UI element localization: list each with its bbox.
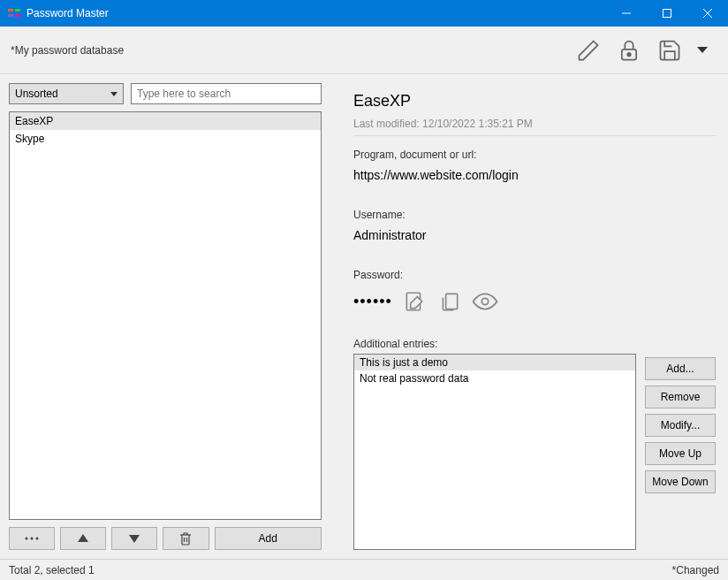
move-down-button[interactable] [111, 527, 157, 550]
edit-password-button[interactable] [401, 288, 428, 315]
statusbar-right: *Changed [672, 564, 719, 576]
show-password-button[interactable] [472, 288, 498, 315]
maximize-button[interactable] [647, 0, 687, 27]
more-button[interactable] [9, 527, 55, 550]
svg-rect-0 [8, 9, 13, 11]
password-label: Password: [353, 269, 716, 281]
toolbar: *My password database [0, 27, 728, 74]
svg-point-9 [627, 52, 631, 56]
svg-rect-16 [445, 294, 457, 309]
right-panel: EaseXP Last modified: 12/10/2022 1:35:21… [327, 74, 728, 559]
close-button[interactable] [687, 0, 728, 27]
svg-rect-3 [15, 14, 20, 17]
url-label: Program, document or url: [353, 149, 716, 161]
additional-list[interactable]: This is just a demoNot real password dat… [353, 354, 636, 550]
svg-point-10 [26, 538, 28, 540]
edit-button[interactable] [571, 33, 606, 68]
lock-button[interactable] [611, 33, 647, 68]
titlebar: Password Master [0, 0, 728, 27]
additional-modify-button[interactable]: Modify... [645, 414, 716, 437]
password-value: •••••• [353, 293, 392, 311]
additional-remove-button[interactable]: Remove [645, 385, 716, 408]
copy-password-button[interactable] [436, 288, 463, 315]
entry-list[interactable]: EaseXPSkype [9, 111, 322, 520]
svg-rect-5 [664, 10, 671, 18]
main-content: Unsorted EaseXPSkype Add [0, 74, 728, 559]
list-item[interactable]: EaseXP [10, 112, 321, 130]
last-modified: Last modified: 12/10/2022 1:35:21 PM [353, 118, 716, 130]
additional-label: Additional entries: [353, 338, 636, 350]
additional-movedown-button[interactable]: Move Down [645, 470, 716, 493]
additional-add-button[interactable]: Add... [645, 357, 716, 380]
left-panel: Unsorted EaseXPSkype Add [0, 74, 327, 559]
database-name: *My password database [11, 44, 124, 57]
list-item[interactable]: This is just a demo [354, 355, 635, 370]
username-value: Administrator [353, 228, 716, 242]
list-item[interactable]: Not real password data [354, 370, 635, 386]
svg-point-12 [36, 538, 39, 540]
list-item[interactable]: Skype [10, 130, 321, 148]
sort-select[interactable]: Unsorted [9, 83, 124, 104]
entry-title: EaseXP [353, 92, 716, 111]
svg-rect-1 [15, 9, 20, 11]
window-title: Password Master [27, 7, 606, 19]
search-input[interactable] [131, 83, 322, 104]
delete-button[interactable] [163, 527, 209, 550]
svg-rect-2 [8, 14, 13, 17]
add-entry-button[interactable]: Add [215, 527, 322, 550]
move-up-button[interactable] [60, 527, 106, 550]
divider [353, 135, 716, 136]
svg-point-17 [482, 298, 488, 304]
sort-select-value: Unsorted [15, 88, 58, 100]
additional-moveup-button[interactable]: Move Up [645, 442, 716, 465]
minimize-button[interactable] [606, 0, 647, 27]
statusbar: Total 2, selected 1 *Changed [0, 559, 728, 580]
svg-point-11 [31, 538, 34, 540]
save-button[interactable] [652, 33, 687, 68]
menu-dropdown-button[interactable] [687, 33, 717, 68]
add-entry-label: Add [259, 532, 277, 545]
statusbar-left: Total 2, selected 1 [9, 564, 672, 576]
username-label: Username: [353, 209, 716, 221]
url-value: https://www.website.com/login [353, 168, 716, 182]
app-icon [7, 6, 21, 20]
